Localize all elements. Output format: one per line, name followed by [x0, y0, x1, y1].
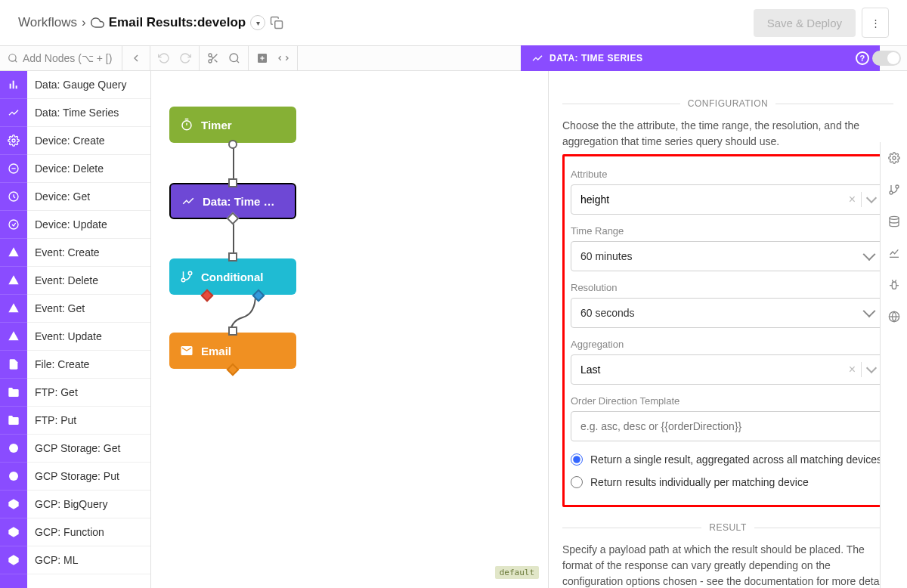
copy-icon[interactable] [270, 16, 283, 29]
workflow-branch: develop [197, 15, 246, 29]
zoom-icon[interactable] [228, 52, 240, 64]
debug-toggle[interactable] [872, 51, 901, 66]
add-panel-icon[interactable] [256, 52, 268, 64]
header-more-button[interactable]: ⋮ [862, 8, 889, 38]
svg-line-6 [215, 60, 218, 63]
svg-point-4 [209, 60, 212, 63]
breadcrumb: Workflows › Email Results:develop ▾ [18, 15, 283, 30]
add-nodes-placeholder: Add Nodes (⌥ + [) [23, 52, 112, 64]
svg-point-8 [230, 54, 238, 62]
svg-point-3 [209, 54, 212, 57]
help-icon[interactable]: ? [856, 51, 869, 65]
add-nodes-input[interactable]: Add Nodes (⌥ + [) [0, 46, 122, 70]
svg-line-7 [211, 56, 213, 58]
svg-line-2 [15, 60, 17, 63]
code-icon[interactable] [277, 52, 289, 64]
workflow-name: Email Results: [109, 15, 197, 29]
timeseries-icon [531, 52, 543, 64]
back-icon[interactable] [130, 52, 142, 64]
undo-icon[interactable] [158, 52, 170, 64]
config-panel-title: DATA: TIME SERIES [549, 53, 642, 63]
branch-dropdown-button[interactable]: ▾ [250, 15, 265, 30]
breadcrumb-root[interactable]: Workflows [18, 15, 77, 30]
svg-line-9 [237, 60, 239, 63]
save-deploy-button[interactable]: Save & Deploy [754, 9, 856, 37]
search-icon [8, 53, 18, 63]
breadcrumb-separator: › [82, 15, 86, 30]
cut-icon[interactable] [207, 52, 219, 64]
svg-rect-0 [275, 21, 283, 29]
redo-icon[interactable] [179, 52, 191, 64]
app-header: Workflows › Email Results:develop ▾ Save… [0, 0, 907, 45]
cloud-icon [91, 16, 104, 29]
svg-point-1 [9, 54, 16, 61]
config-panel-header: DATA: TIME SERIES ? [521, 45, 880, 71]
